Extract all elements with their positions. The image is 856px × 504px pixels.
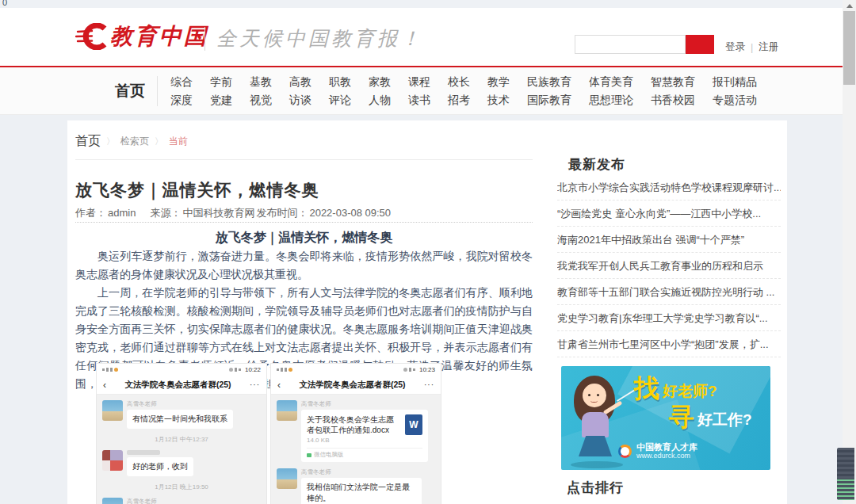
sender-name-blurred [127, 450, 160, 455]
nav-item[interactable]: 人物 [369, 92, 391, 108]
nav-item[interactable]: 教学 [487, 74, 510, 90]
nav-item[interactable]: 报刊精品 [713, 74, 757, 90]
nav-item[interactable]: 党建 [210, 92, 232, 108]
nav-item[interactable]: 智慧教育 [651, 74, 695, 90]
register-link[interactable]: 注册 [759, 40, 778, 54]
nav-item[interactable]: 高教 [289, 74, 311, 90]
latest-item[interactable]: 北京市小学综合实践活动特色学校课程观摩研讨... [557, 174, 781, 200]
article-heading: 放飞冬梦｜温情关怀，燃情冬奥 [75, 230, 533, 246]
latest-item[interactable]: 我党我军开创人民兵工教育事业的历程和启示 [557, 253, 781, 279]
ad-brand-url: www.edurck.com [636, 452, 697, 460]
nav-item[interactable]: 访谈 [289, 92, 311, 108]
site-logo[interactable]: 教育中国 [75, 21, 208, 52]
battery-icon [239, 368, 241, 371]
login-link[interactable]: 登录 [725, 40, 745, 54]
site-header: 教育中国 全天候中国教育报！ 登录 | 注册 [0, 8, 843, 66]
phone-status-bar: 10:22 [97, 364, 266, 376]
chat-message-file: 高雪冬老师 关于我校冬奥会学生志愿者包联工作的通知.docx 14.0 KB W [277, 400, 435, 462]
publish-time-value: 2022-03-08 09:50 [309, 207, 391, 219]
nav-column: 课程读书 [408, 74, 430, 108]
nav-item-home[interactable]: 首页 [115, 81, 145, 101]
message-bubble: 好的老师，收到 [127, 457, 193, 476]
more-icon[interactable]: ··· [424, 380, 434, 389]
source-value: 中国科技教育网 [182, 207, 254, 219]
breadcrumb-divider [75, 159, 533, 160]
file-attachment-card[interactable]: 关于我校冬奥会学生志愿者包联工作的通知.docx 14.0 KB W 微信电脑版 [301, 410, 428, 462]
nav-column: 职教评论 [329, 74, 351, 108]
nav-item[interactable]: 校长 [448, 74, 470, 90]
scrollbar-up-arrow[interactable] [843, 0, 856, 11]
nav-item[interactable]: 视觉 [250, 92, 272, 108]
nav-item[interactable]: 课程 [408, 74, 430, 90]
nav-item[interactable]: 体育美育 [589, 74, 633, 90]
ad-brand-name: 中国教育人才库 [636, 442, 697, 452]
author-value: admin [108, 207, 136, 219]
avatar [277, 468, 297, 489]
nav-item[interactable]: 学前 [210, 74, 232, 90]
browser-page: 0 教育中国 全天候中国教育报！ 登录 | 注册 [0, 0, 856, 504]
nav-item[interactable]: 书香校园 [651, 92, 695, 108]
nav-item[interactable]: 国际教育 [527, 92, 571, 108]
scrollbar-thumb[interactable] [843, 11, 855, 85]
widget-stripes [837, 448, 854, 479]
nav-item[interactable]: 家教 [369, 74, 391, 90]
eye-icon [229, 368, 233, 372]
eye-icon [403, 368, 407, 372]
nav-item[interactable]: 深度 [170, 92, 193, 108]
latest-item[interactable]: 教育部等十五部门联合实施近视防控光明行动 ... [557, 279, 781, 305]
sender-name: 高雪冬老师 [301, 468, 331, 476]
notification-dot-icon [289, 368, 292, 372]
nav-item[interactable]: 技术 [487, 92, 510, 108]
rank-section-title: 点击排行 [567, 479, 624, 497]
recruitment-ad-banner[interactable]: 找 好老师? 寻 好工作? 中国教育人才库 www.edurck.com [561, 366, 770, 470]
wechat-screenshot-1[interactable]: 10:22 ‹ 文法学院冬奥会志愿者群(25) ··· 高雪冬老师 有情况第一时… [96, 363, 267, 504]
nav-item[interactable]: 招考 [448, 92, 470, 108]
nav-item[interactable]: 职教 [329, 74, 351, 90]
nav-item[interactable]: 思想理论 [589, 92, 633, 108]
sender-name: 高雪冬老师 [301, 400, 331, 408]
ad-char-find: 找 [634, 376, 659, 401]
nav-divider [157, 76, 158, 106]
status-time: 10:23 [419, 366, 435, 373]
nav-column: 综合深度 [170, 74, 193, 108]
chat-group-title: 文法学院冬奥会志愿者群(25) [106, 380, 250, 391]
search-button[interactable] [686, 35, 714, 54]
nav-item[interactable]: 综合 [170, 74, 193, 90]
avatar [277, 400, 297, 421]
nav-item[interactable]: 评论 [329, 92, 351, 108]
ad-text-good-job: 好工作? [697, 410, 752, 430]
nav-item[interactable]: 基教 [250, 74, 272, 90]
page-scrollbar[interactable] [843, 0, 856, 504]
breadcrumb-home[interactable]: 首页 [75, 133, 101, 150]
main-nav: 首页 综合深度 学前党建 基教视觉 高教访谈 职教评论 家教人物 课程读书 校长… [0, 67, 843, 115]
nav-item[interactable]: 专题活动 [713, 92, 757, 108]
chat-group-title: 文法学院冬奥会志愿者群(25) [281, 380, 424, 391]
chat-timestamp: 1月12日 晚上19:50 [155, 483, 208, 491]
phone-status-bar: 10:23 [271, 364, 441, 376]
nav-column: 基教视觉 [250, 74, 272, 108]
sender-name: 高雪冬老师 [127, 400, 157, 408]
latest-item[interactable]: “沙画绘党史 童心永向党”——江西中小学校... [557, 200, 781, 227]
nav-column: 学前党建 [210, 74, 232, 108]
chat-message: 高雪冬老师 有情况第一时间先和我联系 [102, 400, 261, 429]
avatar [102, 450, 123, 471]
nav-item[interactable]: 民族教育 [527, 74, 571, 90]
message-bubble: 我相信咱们文法学院一定是最棒的。 [301, 478, 422, 504]
search-input[interactable] [575, 35, 686, 54]
site-tagline: 全天候中国教育报！ [204, 25, 423, 52]
latest-item[interactable]: 甘肃省兰州市七里河区中小学“抱团”发展，扩... [557, 331, 781, 357]
latest-item[interactable]: 党史学习教育|东华理工大学党史学习教育以“... [557, 305, 781, 331]
more-icon[interactable]: ··· [250, 380, 260, 389]
nav-item[interactable]: 读书 [408, 92, 430, 108]
article-images: 10:22 ‹ 文法学院冬奥会志愿者群(25) ··· 高雪冬老师 有情况第一时… [96, 363, 441, 504]
auth-separator: | [751, 42, 753, 53]
top-strip: 0 [0, 0, 843, 8]
latest-item[interactable]: 海南2021年中招政策出台 强调“十个严禁” [557, 227, 781, 253]
breadcrumb: 首页 〉 检索页 〉 当前 [75, 133, 188, 150]
avatar [102, 400, 123, 421]
breadcrumb-separator: 〉 [106, 136, 115, 147]
breadcrumb-search-page[interactable]: 检索页 [120, 135, 149, 148]
floating-side-widget[interactable] [837, 448, 854, 500]
sender-name: 高雪冬老师 [127, 498, 157, 504]
wechat-screenshot-2[interactable]: 10:23 ‹ 文法学院冬奥会志愿者群(25) ··· 高雪冬老师 [270, 363, 441, 504]
